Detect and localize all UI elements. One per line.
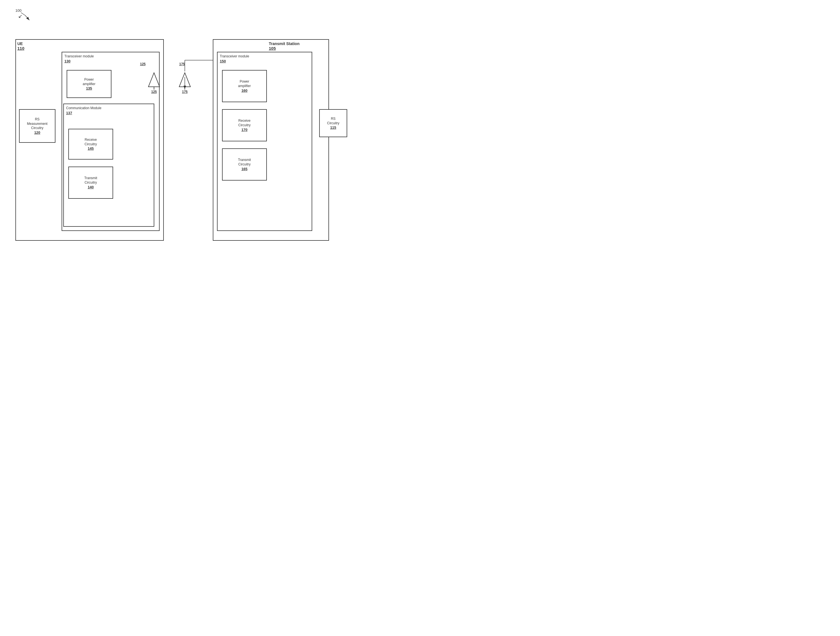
rs-meas-label: RSMeasurementCircuitry xyxy=(27,117,47,131)
rs-circ-115-number: 115 xyxy=(330,125,336,129)
receive-145: ReceiveCircuitry 145 xyxy=(68,129,113,159)
ue-label: UE 110 xyxy=(17,41,24,51)
receive-145-label: ReceiveCircuitry xyxy=(85,138,97,147)
transmit-140-number: 140 xyxy=(88,185,94,189)
ue-number: 110 xyxy=(17,46,24,51)
trans-130-label: Transceiver module xyxy=(65,54,94,58)
antenna-175-ref: 175 xyxy=(179,62,185,66)
comm-137-number: 137 xyxy=(66,111,72,115)
comm-137-header: Communication Module 137 xyxy=(66,106,101,115)
transmit-165-label: TransmitCircuitry xyxy=(238,158,251,167)
receive-145-number: 145 xyxy=(88,147,94,151)
power-amp-160-number: 160 xyxy=(242,88,248,93)
receive-170-label: ReceiveCircuitry xyxy=(238,119,251,127)
antenna-175: 175 xyxy=(178,71,192,94)
rs-meas-number: 120 xyxy=(34,131,40,135)
ts-label-text: Transmit Station xyxy=(269,41,300,46)
antenna-175-number: 175 xyxy=(182,90,188,94)
diagram-container: 100 ↙ UE 110 Transmit Station 105 RSMeas… xyxy=(0,0,350,266)
power-amp-160-label: Poweramplifier xyxy=(238,79,251,88)
ref-label: 100 xyxy=(16,8,22,13)
power-amp-135-number: 135 xyxy=(86,86,92,90)
rs-circ-115: RSCircuitry 115 xyxy=(319,109,347,137)
ts-label: Transmit Station 105 xyxy=(269,41,300,51)
svg-line-2 xyxy=(25,16,29,20)
power-amp-135-label: Poweramplifier xyxy=(83,77,95,86)
svg-marker-17 xyxy=(179,73,190,87)
rs-meas-box: RSMeasurementCircuitry 120 xyxy=(19,109,55,143)
transmit-165-number: 165 xyxy=(242,167,248,171)
ref-arrow: ↙ xyxy=(18,13,22,19)
receive-170-number: 170 xyxy=(242,128,248,132)
comm-module-137: Communication Module 137 xyxy=(63,104,154,227)
rs-circ-115-label: RSCircuitry xyxy=(327,117,339,125)
transmit-140-label: TransmitCircuitry xyxy=(84,176,97,185)
trans-150-label: Transceiver module xyxy=(220,54,249,58)
comm-137-label: Communication Module xyxy=(66,106,101,110)
ue-label-text: UE xyxy=(17,41,23,46)
antenna-175-svg xyxy=(178,71,192,91)
power-amp-135: Poweramplifier 135 xyxy=(66,70,111,98)
power-amp-160: Poweramplifier 160 xyxy=(222,70,267,102)
antenna-125-ref: 125 xyxy=(140,62,145,66)
transmit-140: TransmitCircuitry 140 xyxy=(68,167,113,199)
svg-marker-15 xyxy=(148,73,159,87)
trans-130-header: Transceiver module 130 xyxy=(65,54,94,64)
antenna-125: 125 xyxy=(147,71,161,94)
transmit-165: TransmitCircuitry 165 xyxy=(222,148,267,181)
trans-150-header: Transceiver module 150 xyxy=(220,54,249,64)
receive-170: ReceiveCircuitry 170 xyxy=(222,109,267,141)
antenna-125-number: 125 xyxy=(151,90,157,94)
ts-number: 105 xyxy=(269,46,276,51)
antenna-125-svg xyxy=(147,71,161,91)
ref-100: 100 ↙ xyxy=(16,8,22,19)
trans-130-number: 130 xyxy=(65,59,71,63)
trans-150-number: 150 xyxy=(220,59,226,63)
